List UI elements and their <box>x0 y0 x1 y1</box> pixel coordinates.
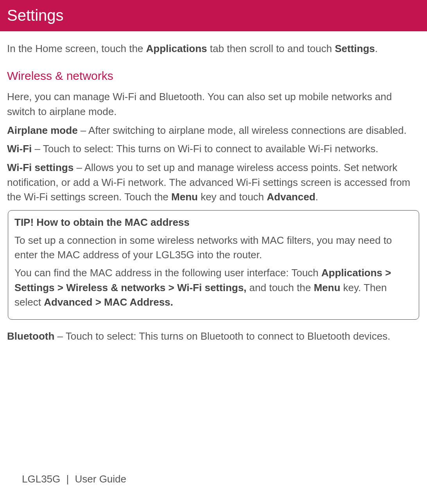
intro-text: In the Home screen, touch the <box>7 43 146 54</box>
wifi-settings-label: Wi-Fi settings <box>7 162 74 173</box>
tip-box: TIP! How to obtain the MAC address To se… <box>8 210 419 320</box>
tip-text: You can find the MAC address in the foll… <box>14 267 321 279</box>
menu-bold: Menu <box>171 191 198 203</box>
footer-model: LGL35G <box>22 473 60 485</box>
advanced-bold: Advanced <box>267 191 315 203</box>
intro-bold-settings: Settings <box>335 43 375 54</box>
tip-text: and touch the <box>246 282 314 293</box>
bluetooth-item: Bluetooth – Touch to select: This turns … <box>7 329 420 344</box>
wifi-text: – Touch to select: This turns on Wi-Fi t… <box>32 143 378 155</box>
intro-text: tab then scroll to and touch <box>207 43 335 54</box>
page-footer: LGL35G | User Guide <box>22 472 126 487</box>
wifi-settings-item: Wi-Fi settings – Allows you to set up an… <box>7 160 420 205</box>
wireless-description: Here, you can manage Wi-Fi and Bluetooth… <box>7 90 420 119</box>
section-heading-wireless: Wireless & networks <box>7 67 420 85</box>
tip-menu-bold: Menu <box>314 282 340 293</box>
wifi-settings-text: . <box>316 191 318 203</box>
intro-paragraph: In the Home screen, touch the Applicatio… <box>7 41 420 56</box>
footer-separator: | <box>66 473 69 485</box>
page-title: Settings <box>7 7 64 24</box>
airplane-mode-text: – After switching to airplane mode, all … <box>78 124 407 136</box>
intro-bold-applications: Applications <box>146 43 207 54</box>
page-header: Settings <box>0 0 427 31</box>
tip-title: TIP! How to obtain the MAC address <box>14 215 413 230</box>
bluetooth-text: – Touch to select: This turns on Bluetoo… <box>54 330 390 342</box>
tip-paragraph-1: To set up a connection in some wireless … <box>14 233 413 263</box>
intro-text: . <box>375 43 378 54</box>
airplane-mode-item: Airplane mode – After switching to airpl… <box>7 123 420 138</box>
bluetooth-label: Bluetooth <box>7 330 54 342</box>
page-content: In the Home screen, touch the Applicatio… <box>0 31 427 344</box>
tip-paragraph-2: You can find the MAC address in the foll… <box>14 266 413 310</box>
footer-guide: User Guide <box>75 473 127 485</box>
airplane-mode-label: Airplane mode <box>7 124 78 136</box>
tip-advanced-bold: Advanced > MAC Address. <box>44 296 173 308</box>
wifi-item: Wi-Fi – Touch to select: This turns on W… <box>7 142 420 157</box>
wifi-settings-text: key and touch <box>198 191 267 203</box>
wifi-label: Wi-Fi <box>7 143 32 155</box>
